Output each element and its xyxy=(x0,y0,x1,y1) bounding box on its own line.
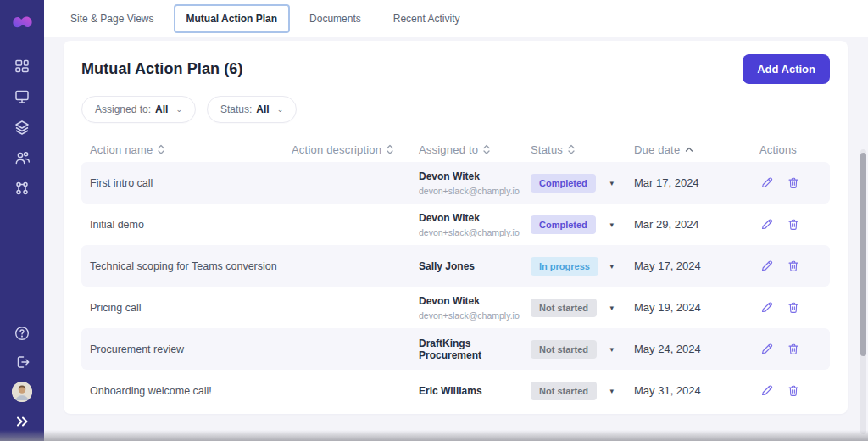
status-dropdown-caret-icon[interactable]: ▾ xyxy=(609,262,614,271)
logout-button[interactable] xyxy=(13,353,31,371)
table-row: First intro callDevon Witekdevon+slack@c… xyxy=(81,162,830,204)
trash-icon xyxy=(787,342,800,356)
status-badge[interactable]: In progress xyxy=(531,257,598,276)
actions-cell xyxy=(751,383,830,398)
edit-action-button[interactable] xyxy=(760,383,774,398)
assignee-name: Devon Witek xyxy=(419,170,522,182)
column-action-description[interactable]: Action description xyxy=(283,143,410,156)
due-date: Mar 29, 2024 xyxy=(626,218,751,231)
assignee-cell: Devon Witekdevon+slack@champly.io xyxy=(410,170,522,196)
edit-action-button[interactable] xyxy=(760,217,774,232)
action-name: Pricing call xyxy=(81,302,283,314)
due-date: May 31, 2024 xyxy=(626,384,751,397)
sidebar-item-sites[interactable] xyxy=(13,87,31,106)
filter-bar: Assigned to: All ⌄ Status: All ⌄ xyxy=(81,96,830,123)
sidebar-nav xyxy=(13,57,31,198)
trash-icon xyxy=(787,176,800,190)
assigned-to-filter-label: Assigned to: xyxy=(95,103,151,115)
assignee-cell: DraftKings Procurement xyxy=(410,338,522,361)
delete-action-button[interactable] xyxy=(787,217,800,232)
trash-icon xyxy=(787,259,800,273)
status-badge[interactable]: Not started xyxy=(531,382,597,400)
due-date: Mar 17, 2024 xyxy=(626,176,751,189)
sort-icon xyxy=(158,144,164,155)
assigned-to-filter[interactable]: Assigned to: All ⌄ xyxy=(81,96,196,123)
help-button[interactable] xyxy=(13,324,31,343)
status-dropdown-caret-icon[interactable]: ▾ xyxy=(609,304,614,312)
assignee-cell: Sally Jones xyxy=(410,260,522,272)
delete-action-button[interactable] xyxy=(787,300,800,315)
logout-icon xyxy=(14,354,31,371)
tab-mutual-action-plan[interactable]: Mutual Action Plan xyxy=(174,4,291,33)
dashboard-icon xyxy=(14,58,31,75)
assignee-name: Devon Witek xyxy=(419,295,522,307)
edit-action-button[interactable] xyxy=(760,176,774,190)
table-row: Initial demoDevon Witekdevon+slack@champ… xyxy=(81,204,830,245)
sidebar-item-integrations[interactable] xyxy=(13,179,31,198)
sort-icon xyxy=(483,144,490,155)
layers-icon xyxy=(14,119,31,136)
column-actions: Actions xyxy=(751,143,830,156)
column-status[interactable]: Status xyxy=(522,143,626,156)
assignee-name: Sally Jones xyxy=(419,260,522,272)
content-area: Mutual Action Plan (6) Add Action Assign… xyxy=(44,37,868,441)
pencil-icon xyxy=(760,176,774,190)
expand-sidebar-button[interactable] xyxy=(13,412,31,431)
mutual-action-plan-card: Mutual Action Plan (6) Add Action Assign… xyxy=(64,41,848,414)
edit-action-button[interactable] xyxy=(760,342,774,356)
status-badge[interactable]: Completed xyxy=(531,215,596,234)
tab-documents[interactable]: Documents xyxy=(297,4,374,33)
sidebar-item-team[interactable] xyxy=(13,148,31,167)
main-area: Site & Page Views Mutual Action Plan Doc… xyxy=(44,0,868,441)
status-dropdown-caret-icon[interactable]: ▾ xyxy=(609,387,614,395)
sort-icon xyxy=(568,144,575,155)
action-table: Action name Action description Assigned … xyxy=(81,137,830,411)
delete-action-button[interactable] xyxy=(787,342,800,356)
add-action-button[interactable]: Add Action xyxy=(743,54,830,84)
delete-action-button[interactable] xyxy=(787,176,800,190)
status-dropdown-caret-icon[interactable]: ▾ xyxy=(609,220,614,229)
delete-action-button[interactable] xyxy=(787,383,800,398)
column-due-date[interactable]: Due date xyxy=(626,143,751,156)
pencil-icon xyxy=(760,300,774,315)
due-date: May 24, 2024 xyxy=(626,343,751,355)
tab-site-page-views[interactable]: Site & Page Views xyxy=(58,4,167,33)
action-name: First intro call xyxy=(81,177,283,189)
status-filter[interactable]: Status: All ⌄ xyxy=(207,96,297,123)
edit-action-button[interactable] xyxy=(760,259,774,273)
pencil-icon xyxy=(760,342,774,356)
assignee-name: Devon Witek xyxy=(419,212,522,224)
status-dropdown-caret-icon[interactable]: ▾ xyxy=(609,345,614,354)
status-cell: Completed▾ xyxy=(522,174,626,193)
action-name: Initial demo xyxy=(81,219,283,231)
tab-bar: Site & Page Views Mutual Action Plan Doc… xyxy=(44,0,868,37)
action-name: Technical scoping for Teams conversion xyxy=(81,260,283,272)
status-cell: In progress▾ xyxy=(522,257,626,276)
sidebar-item-dashboard[interactable] xyxy=(13,57,31,75)
trash-icon xyxy=(787,217,800,232)
status-badge[interactable]: Not started xyxy=(531,299,597,317)
tab-recent-activity[interactable]: Recent Activity xyxy=(381,4,473,33)
chevron-down-icon: ⌄ xyxy=(277,105,284,114)
edit-action-button[interactable] xyxy=(760,300,774,315)
actions-cell xyxy=(751,259,830,273)
table-row: Technical scoping for Teams conversionSa… xyxy=(81,245,830,287)
sort-asc-icon xyxy=(685,146,693,153)
column-assigned-to[interactable]: Assigned to xyxy=(410,143,522,156)
status-badge[interactable]: Not started xyxy=(531,340,597,359)
user-avatar[interactable] xyxy=(12,382,32,402)
status-dropdown-caret-icon[interactable]: ▾ xyxy=(609,179,614,187)
sidebar-item-layers[interactable] xyxy=(13,118,31,137)
app-logo[interactable] xyxy=(11,11,34,35)
sidebar xyxy=(0,0,44,441)
assigned-to-filter-value: All xyxy=(155,103,168,115)
scrollbar-thumb[interactable] xyxy=(860,153,866,356)
table-row: Procurement reviewDraftKings Procurement… xyxy=(81,328,830,370)
column-action-name[interactable]: Action name xyxy=(81,143,283,156)
status-badge[interactable]: Completed xyxy=(531,174,596,193)
assignee-email: devon+slack@champly.io xyxy=(419,310,522,321)
page-title: Mutual Action Plan (6) xyxy=(81,60,243,78)
delete-action-button[interactable] xyxy=(787,259,800,273)
pencil-icon xyxy=(760,259,774,273)
expand-icon xyxy=(14,414,30,429)
